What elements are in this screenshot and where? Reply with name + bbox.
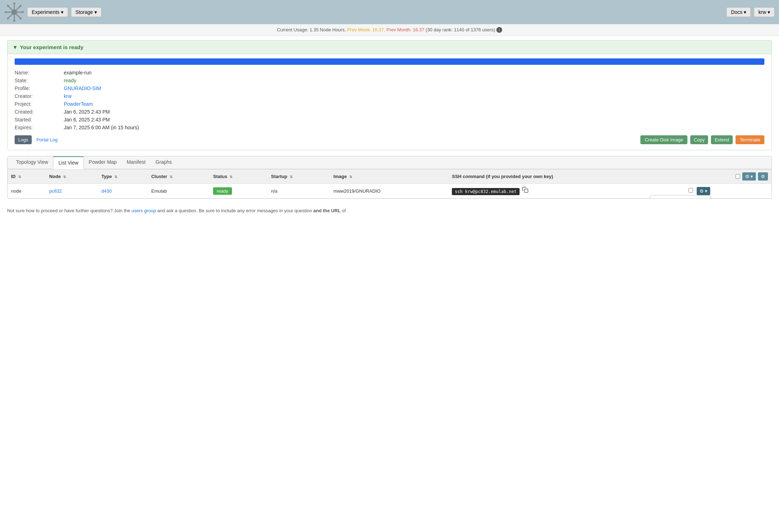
storage-label: Storage (76, 9, 93, 15)
expires-label: Expires: (15, 125, 61, 130)
header-gear-btn-2[interactable]: ⚙ (758, 172, 768, 181)
name-label: Name: (15, 70, 61, 75)
docs-menu-btn[interactable]: Docs ▾ (726, 7, 751, 17)
creator-label: Creator: (15, 93, 61, 99)
row-gear-chevron: ▾ (705, 188, 707, 194)
prev-month-text: Prev Month: 16.37 (387, 27, 424, 32)
tab-list-view[interactable]: List View (53, 156, 84, 169)
footer-text-before: Not sure how to proceed or have further … (7, 208, 130, 213)
col-image: Image ⇅ (330, 169, 449, 184)
svg-point-12 (7, 17, 9, 20)
portal-log-button[interactable]: Portal Log (35, 135, 59, 144)
terminate-button[interactable]: Terminate (736, 135, 764, 144)
profile-label: Profile: (15, 85, 61, 91)
creator-value[interactable]: krw (64, 93, 764, 99)
tab-manifest[interactable]: Manifest (122, 156, 150, 169)
state-label: State: (15, 78, 61, 83)
docs-chevron-icon: ▾ (744, 9, 746, 15)
details-table: Name: example-run State: ready Profile: … (15, 70, 764, 130)
user-chevron-icon: ▾ (768, 9, 770, 15)
tabs-section: Topology View List View Powder Map Manif… (7, 156, 772, 199)
row-dropdown-menu: Shell Console Console Log Recovery Top P… (650, 195, 710, 199)
col-type: Type ⇅ (98, 169, 148, 184)
progress-bar-fill (15, 58, 764, 65)
state-value: ready (64, 78, 764, 83)
menu-item-shell[interactable]: Shell (650, 195, 710, 199)
svg-point-11 (20, 5, 22, 7)
create-disk-button[interactable]: Create Disk Image (640, 135, 687, 144)
col-node: Node ⇅ (46, 169, 98, 184)
tab-powder-map[interactable]: Powder Map (84, 156, 122, 169)
status-badge: ready (213, 187, 232, 195)
table-row: node pc832 d430 Emulab ready n/a mww2019… (7, 184, 772, 198)
table-header-row: ID ⇅ Node ⇅ Type ⇅ Cluster ⇅ Status ⇅ St… (7, 169, 772, 184)
info-icon[interactable]: i (496, 27, 502, 33)
node-table: ID ⇅ Node ⇅ Type ⇅ Cluster ⇅ Status ⇅ St… (7, 169, 772, 198)
docs-label: Docs (731, 9, 742, 15)
row-gear-dropdown-wrapper: ⚙ ▾ Shell Console Console Log Recovery T… (697, 187, 710, 195)
extend-button[interactable]: Extend (711, 135, 732, 144)
tab-topology-view[interactable]: Topology View (11, 156, 53, 169)
ssh-copy-btn[interactable] (521, 187, 530, 194)
usage-text: Current Usage: 1.35 Node Hours, (277, 27, 346, 32)
project-label: Project: (15, 101, 61, 107)
usage-bar: Current Usage: 1.35 Node Hours, Prev Wee… (0, 24, 779, 36)
navbar: Experiments ▾ Storage ▾ Docs ▾ krw ▾ (0, 0, 779, 24)
gear-icon: ⚙ (745, 174, 749, 179)
user-menu-btn[interactable]: krw ▾ (754, 7, 775, 17)
storage-menu-btn[interactable]: Storage ▾ (71, 7, 102, 17)
table-container: ID ⇅ Node ⇅ Type ⇅ Cluster ⇅ Status ⇅ St… (7, 169, 772, 198)
started-label: Started: (15, 117, 61, 122)
users-group-link[interactable]: users group (131, 208, 156, 213)
svg-point-6 (13, 20, 15, 22)
navbar-right: Docs ▾ krw ▾ (726, 7, 775, 17)
row-checkbox[interactable] (688, 188, 693, 193)
col-status: Status ⇅ (210, 169, 267, 184)
footer-text-middle: and ask a question. Be sure to include a… (157, 208, 312, 213)
svg-rect-13 (525, 189, 528, 193)
col-cluster: Cluster ⇅ (148, 169, 210, 184)
name-value: example-run (64, 70, 764, 75)
created-value: Jan 6, 2025 2:43 PM (64, 109, 764, 115)
cell-cluster: Emulab (148, 184, 210, 198)
copy-button[interactable]: Copy (690, 135, 708, 144)
started-value: Jan 6, 2025 2:43 PM (64, 117, 764, 122)
header-dropdown-chevron: ▾ (750, 174, 753, 179)
main-content: ▼ Your experiment is ready Name: example… (0, 36, 779, 221)
experiments-chevron-icon: ▾ (61, 9, 63, 15)
footer-text-after: of (342, 208, 346, 213)
svg-point-10 (20, 17, 22, 20)
svg-point-7 (5, 11, 7, 13)
col-actions-header: ⚙ ▾ ⚙ (685, 169, 772, 184)
tab-graphs[interactable]: Graphs (150, 156, 177, 169)
row-gear-btn[interactable]: ⚙ ▾ (697, 187, 710, 195)
experiment-header-text: Your experiment is ready (20, 44, 83, 50)
experiment-panel: ▼ Your experiment is ready Name: example… (7, 40, 772, 150)
profile-value[interactable]: GNURADIO-SIM (64, 85, 764, 91)
select-all-checkbox[interactable] (736, 174, 740, 179)
row-gear-icon: ⚙ (700, 188, 704, 194)
snowflake-logo (4, 2, 24, 22)
user-label: krw (758, 9, 766, 15)
created-label: Created: (15, 109, 61, 115)
svg-point-8 (22, 11, 24, 13)
header-gear-btn[interactable]: ⚙ ▾ (742, 172, 756, 181)
cell-image: mww2019/GNURADIO (330, 184, 449, 198)
cell-type: d430 (98, 184, 148, 198)
cell-node: pc832 (46, 184, 98, 198)
svg-point-9 (7, 5, 9, 7)
experiment-body: Name: example-run State: ready Profile: … (7, 54, 772, 150)
storage-chevron-icon: ▾ (94, 9, 97, 15)
col-ssh: SSH command (if you provided your own ke… (448, 169, 685, 184)
experiments-label: Experiments (32, 9, 60, 15)
cell-id: node (7, 184, 46, 198)
action-buttons: Logs Portal Log Create Disk Image Copy E… (15, 135, 764, 144)
svg-point-5 (13, 2, 15, 5)
cell-startup: n/a (267, 184, 330, 198)
logs-button[interactable]: Logs (15, 135, 32, 144)
project-value[interactable]: PowderTeam (64, 101, 764, 107)
navbar-left: Experiments ▾ Storage ▾ (4, 2, 102, 22)
cell-status: ready (210, 184, 267, 198)
experiment-header[interactable]: ▼ Your experiment is ready (7, 41, 772, 54)
experiments-menu-btn[interactable]: Experiments ▾ (27, 7, 68, 17)
